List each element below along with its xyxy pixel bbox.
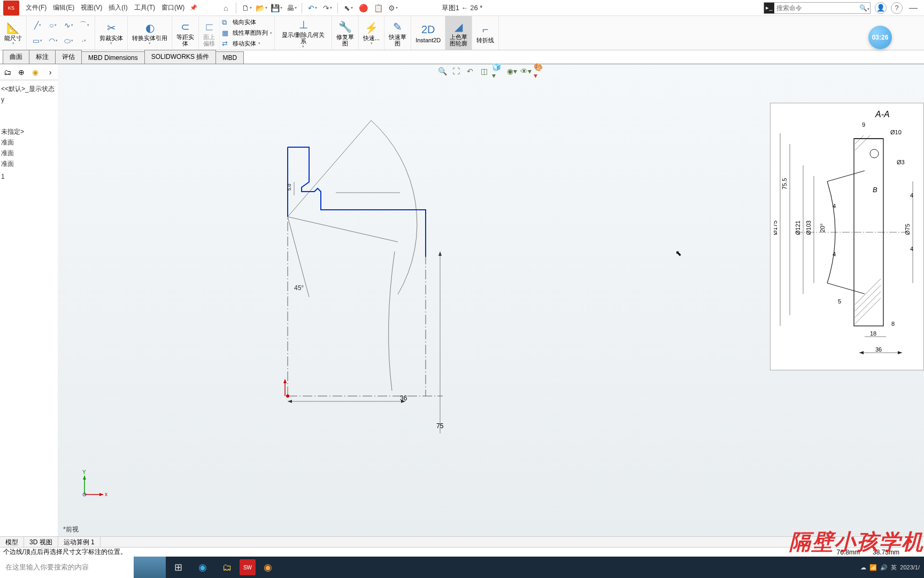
menu-tools[interactable]: 工具(T): [131, 3, 158, 12]
home-button[interactable]: ⌂: [219, 2, 233, 14]
tab-model[interactable]: 模型: [0, 537, 24, 548]
print-button[interactable]: 🖶▾: [284, 2, 298, 14]
spline-tool[interactable]: ∿▾: [61, 18, 76, 33]
tray-cloud-icon[interactable]: ☁: [860, 564, 866, 571]
user-icon[interactable]: 👤: [875, 2, 887, 14]
app-icon[interactable]: ◉: [256, 557, 280, 578]
new-button[interactable]: 🗋▾: [240, 2, 253, 14]
tab-annotate[interactable]: 标注: [29, 50, 56, 64]
rapid-sketch-button[interactable]: ✎ 快速草 图: [384, 16, 411, 50]
tab-mbd-dim[interactable]: MBD Dimensions: [81, 51, 145, 64]
trim-button[interactable]: ✂ 剪裁实体 ▾: [95, 16, 128, 50]
tree-material[interactable]: 未指定>: [1, 126, 57, 137]
menu-window[interactable]: 窗口(W): [158, 3, 188, 12]
line-tool[interactable]: ╱▾: [30, 18, 45, 33]
open-button[interactable]: 📂▾: [255, 2, 268, 14]
smart-dimension-button[interactable]: 📐 能尺寸 ▾: [0, 16, 27, 50]
tray-volume-icon[interactable]: 🔊: [880, 564, 888, 571]
ime-indicator[interactable]: 英: [891, 564, 897, 572]
expand-icon[interactable]: ›: [45, 67, 56, 78]
tab-evaluate[interactable]: 评估: [55, 50, 82, 64]
linear-pattern-button[interactable]: ▦线性草图阵列▾: [222, 28, 272, 39]
menu-view[interactable]: 视图(V): [78, 3, 105, 12]
select-button[interactable]: ⬉▾: [341, 2, 355, 14]
config-icon[interactable]: ⊕: [16, 67, 27, 78]
convert-entities-button[interactable]: ◐ 转换实体引用 ▾: [128, 16, 172, 50]
prev-view-icon[interactable]: ↶: [464, 65, 476, 77]
tab-surface[interactable]: 曲面: [3, 50, 29, 64]
d4-label: 4: [910, 192, 913, 199]
save-button[interactable]: 💾▾: [270, 2, 283, 14]
section-view-icon[interactable]: ◫: [478, 65, 490, 77]
tree-plane[interactable]: 准面: [1, 137, 57, 148]
undo-button[interactable]: ↶▾: [305, 2, 319, 14]
move-entities-button[interactable]: ⇄移动实体▾: [222, 38, 272, 49]
system-tray[interactable]: ☁ 📶 🔊 英 2023/1/: [860, 564, 924, 572]
app-logo: KS: [3, 1, 19, 16]
fillet-tool[interactable]: ⌒▾: [76, 18, 91, 33]
offset-entities-button[interactable]: ⊂ 等距实 体: [172, 16, 199, 50]
menu-file[interactable]: 文件(F): [22, 3, 50, 12]
command-search[interactable]: ▸_ 🔍▾: [764, 2, 871, 14]
separator: [236, 3, 236, 13]
task-view-icon[interactable]: ⊞: [166, 557, 190, 578]
search-placeholder: 在这里输入你要搜索的内容: [5, 562, 89, 572]
feat-tree-icon[interactable]: 🗂: [2, 67, 13, 78]
show-delete-relations-button[interactable]: ⊥ 显示/删除几何关系 ▾: [275, 16, 332, 50]
solidworks-icon[interactable]: SW: [240, 559, 256, 575]
point-tool[interactable]: ·▾: [76, 33, 91, 48]
zoom-fit-icon[interactable]: 🔍: [436, 65, 448, 77]
windows-search[interactable]: 在这里输入你要搜索的内容: [0, 557, 134, 578]
options-button[interactable]: 📋: [371, 2, 385, 14]
zoom-area-icon[interactable]: ⛶: [450, 65, 462, 77]
display-icon[interactable]: ◉: [30, 67, 41, 78]
tab-3d-view[interactable]: 3D 视图: [24, 537, 58, 548]
search-input[interactable]: [774, 4, 859, 12]
circle-tool[interactable]: ○▾: [45, 18, 60, 33]
jog-line-button[interactable]: ⌐ 转折线: [472, 16, 499, 50]
tray-date[interactable]: 2023/1/: [900, 564, 920, 571]
view-orient-icon[interactable]: 🧊▾: [492, 65, 504, 77]
tree-sketch[interactable]: 1: [1, 171, 57, 182]
tree-plane[interactable]: 准面: [1, 158, 57, 169]
menu-insert[interactable]: 插入(I): [105, 3, 130, 12]
menu-bar: KS 文件(F) 编辑(E) 视图(V) 插入(I) 工具(T) 窗口(W) 📌…: [0, 0, 924, 16]
arc-tool[interactable]: ◠▾: [45, 33, 60, 48]
rectangle-tool[interactable]: ▭▾: [30, 33, 45, 48]
d755-label: 75.5: [781, 178, 788, 189]
tab-motion[interactable]: 运动算例 1: [58, 537, 101, 548]
taskbar-weather[interactable]: [134, 557, 166, 578]
pattern-icon: ▦: [222, 29, 230, 37]
d9-label: 9: [862, 121, 865, 128]
tray-network-icon[interactable]: 📶: [869, 564, 877, 571]
display-style-icon[interactable]: ◉▾: [506, 65, 518, 77]
minimize-icon[interactable]: —: [907, 3, 920, 13]
mirror-button[interactable]: ⧉镜向实体: [222, 17, 272, 28]
hide-show-icon[interactable]: 👁▾: [520, 65, 532, 77]
quick-snap-button[interactable]: ⚡ 快速... ▾: [359, 16, 384, 50]
shaded-contour-button[interactable]: ◢ 上色草 图轮廓: [445, 16, 472, 50]
instant2d-button[interactable]: 2D Instant2D: [411, 16, 445, 50]
tree-display-state[interactable]: <<默认>_显示状态: [1, 83, 57, 94]
appearance-icon[interactable]: 🎨▾: [534, 65, 545, 77]
settings-button[interactable]: ⚙▾: [386, 2, 400, 14]
tab-mbd[interactable]: MBD: [215, 51, 244, 64]
ellipse-tool[interactable]: ⬭▾: [61, 33, 76, 48]
a20-label: 20°: [819, 223, 826, 232]
edge-icon[interactable]: ◉: [190, 557, 215, 578]
redo-button[interactable]: ↷▾: [320, 2, 334, 14]
search-icon[interactable]: 🔍▾: [859, 4, 870, 12]
menu-edit[interactable]: 编辑(E): [50, 3, 78, 12]
explorer-icon[interactable]: 🗂: [215, 557, 240, 578]
svg-line-25: [855, 279, 881, 305]
repair-sketch-button[interactable]: 🔧 修复草 图: [332, 16, 359, 50]
rebuild-button[interactable]: 🔴: [356, 2, 370, 14]
tree-plane[interactable]: 准面: [1, 148, 57, 158]
help-icon[interactable]: ?: [891, 2, 903, 14]
tree-item[interactable]: y: [1, 94, 57, 105]
feature-tree[interactable]: <<默认>_显示状态 y 未指定> 准面 准面 准面 1: [0, 80, 58, 185]
tab-sw-addins[interactable]: SOLIDWORKS 插件: [144, 50, 217, 64]
graphics-area[interactable]: 🔍 ⛶ ↶ ◫ 🧊▾ ◉▾ 👁▾ 🎨▾ 45° 5.0 36: [58, 64, 924, 537]
pin-icon[interactable]: 📌: [190, 4, 197, 11]
chevron-down-icon: ▾: [149, 41, 151, 45]
